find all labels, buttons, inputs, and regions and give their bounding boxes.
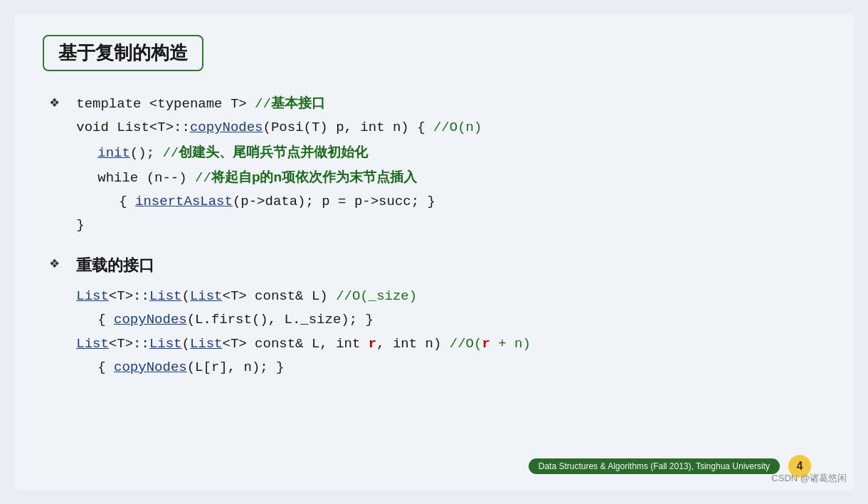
slide-title: 基于复制的构造 <box>58 42 188 63</box>
code-line-7: List<T>::List(List<T> const& L) //O(_siz… <box>76 285 531 308</box>
bullet2: ❖ <box>50 253 59 273</box>
section1: ❖ template <typename T> //基本接口 void List… <box>50 91 825 238</box>
slide: 基于复制的构造 ❖ template <typename T> //基本接口 v… <box>14 14 854 490</box>
code-line-2: void List<T>::copyNodes(Posi(T) p, int n… <box>76 116 482 140</box>
code-line-4: while (n--) //将起自p的n项依次作为末节点插入 <box>76 165 482 190</box>
section1-code: template <typename T> //基本接口 void List<T… <box>76 91 482 238</box>
section2-label: 重载的接口 <box>76 252 531 280</box>
code-line-3: init(); //创建头、尾哨兵节点并做初始化 <box>76 140 482 165</box>
code-line-8: { copyNodes(L.first(), L._size); } <box>76 308 531 332</box>
code-line-9: List<T>::List(List<T> const& L, int r, i… <box>76 332 531 356</box>
course-label: Data Structures & Algorithms (Fall 2013)… <box>529 458 780 474</box>
content-area: ❖ template <typename T> //基本接口 void List… <box>43 91 825 379</box>
title-box: 基于复制的构造 <box>43 35 203 71</box>
section2: ❖ 重载的接口 List<T>::List(List<T> const& L) … <box>50 252 825 380</box>
code-line-1: template <typename T> //基本接口 <box>76 91 482 116</box>
watermark: CSDN @诸葛悠闲 <box>771 472 847 485</box>
code-line-5: { insertAsLast(p->data); p = p->succ; } <box>76 190 482 214</box>
code-line-6: } <box>76 214 482 237</box>
bullet1: ❖ <box>50 93 59 112</box>
footer: Data Structures & Algorithms (Fall 2013)… <box>529 455 811 478</box>
code-line-10: { copyNodes(L[r], n); } <box>76 356 531 379</box>
section2-code: 重载的接口 List<T>::List(List<T> const& L) //… <box>76 252 531 380</box>
